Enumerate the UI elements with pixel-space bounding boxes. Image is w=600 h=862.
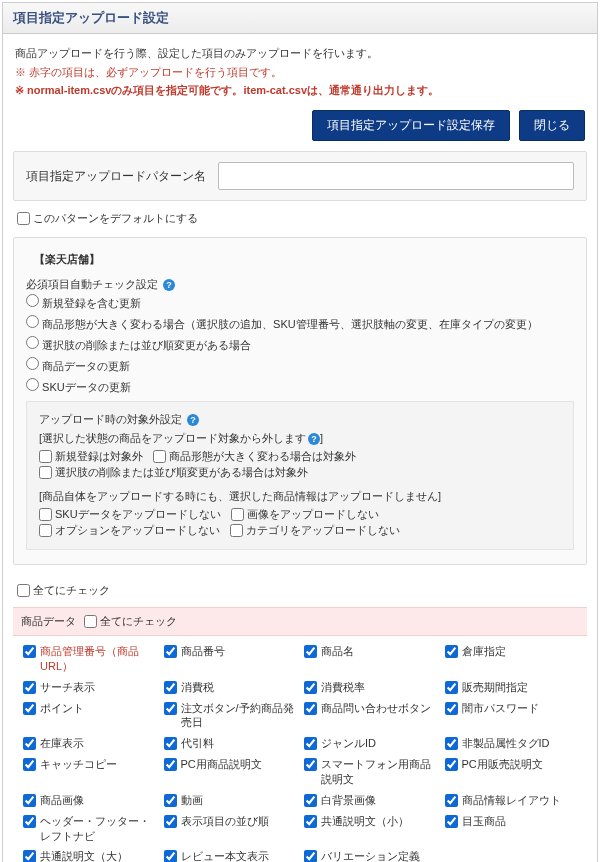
field-label: 消費税率 (321, 680, 365, 695)
field-label: 倉庫指定 (462, 644, 506, 659)
field-checkbox[interactable] (304, 794, 317, 807)
required-radio[interactable]: 新規登録を含む更新 (26, 294, 574, 311)
field-checkbox[interactable] (164, 645, 177, 658)
required-radio[interactable]: 商品形態が大きく変わる場合（選択肢の追加、SKU管理番号、選択肢軸の変更、在庫タ… (26, 315, 574, 332)
required-radio-input[interactable] (26, 378, 39, 391)
check-all-input[interactable] (17, 584, 30, 597)
field-checkbox[interactable] (23, 794, 36, 807)
default-pattern-checkbox[interactable]: このパターンをデフォルトにする (17, 211, 198, 226)
exclude-checkbox-input[interactable] (39, 450, 52, 463)
help-icon[interactable]: ? (187, 414, 199, 426)
field-label: ポイント (40, 701, 84, 716)
field-checkbox[interactable] (23, 758, 36, 771)
field-checkbox[interactable] (164, 794, 177, 807)
intro-csv-note: ※ normal-item.csvのみ項目を指定可能です。item-cat.cs… (15, 81, 585, 100)
field-checkbox[interactable] (164, 850, 177, 862)
field-cell: 動画 (164, 793, 297, 808)
exclude-sub2: [商品自体をアップロードする時にも、選択した商品情報はアップロードしません] (39, 489, 561, 504)
field-label: 商品管理番号（商品URL） (40, 644, 156, 674)
field-cell: 白背景画像 (304, 793, 437, 808)
field-checkbox[interactable] (23, 645, 36, 658)
field-label: 販売期間指定 (462, 680, 528, 695)
field-checkbox[interactable] (304, 681, 317, 694)
field-cell: 消費税 (164, 680, 297, 695)
exclude-checkbox-input[interactable] (230, 524, 243, 537)
exclude-checkbox-input[interactable] (153, 450, 166, 463)
field-checkbox[interactable] (445, 794, 458, 807)
exclude-checkbox[interactable]: 選択肢の削除または並び順変更がある場合は対象外 (39, 465, 308, 480)
default-pattern-checkbox-input[interactable] (17, 212, 30, 225)
field-checkbox[interactable] (164, 681, 177, 694)
field-cell: 共通説明文（小） (304, 814, 437, 844)
required-radio-input[interactable] (26, 357, 39, 370)
field-checkbox[interactable] (445, 681, 458, 694)
exclude-checkbox-label: 商品形態が大きく変わる場合は対象外 (169, 449, 356, 464)
required-radio[interactable]: SKUデータの更新 (26, 378, 574, 395)
field-checkbox[interactable] (445, 645, 458, 658)
field-checkbox[interactable] (164, 815, 177, 828)
field-checkbox[interactable] (23, 702, 36, 715)
save-button[interactable]: 項目指定アップロード設定保存 (312, 110, 510, 141)
field-cell: 販売期間指定 (445, 680, 578, 695)
field-checkbox[interactable] (304, 702, 317, 715)
default-pattern-label: このパターンをデフォルトにする (33, 211, 198, 226)
field-checkbox[interactable] (23, 815, 36, 828)
help-icon[interactable]: ? (163, 279, 175, 291)
pattern-name-input[interactable] (218, 162, 574, 190)
field-cell: 商品画像 (23, 793, 156, 808)
exclude-checkbox-input[interactable] (39, 508, 52, 521)
field-checkbox[interactable] (304, 645, 317, 658)
field-label: 在庫表示 (40, 736, 84, 751)
field-checkbox[interactable] (445, 737, 458, 750)
exclude-checkbox[interactable]: 商品形態が大きく変わる場合は対象外 (153, 449, 356, 464)
page-title: 項目指定アップロード設定 (3, 3, 597, 34)
field-label: バリエーション定義 (321, 849, 420, 862)
exclude-checkbox-input[interactable] (39, 466, 52, 479)
field-cell: サーチ表示 (23, 680, 156, 695)
field-checkbox[interactable] (445, 758, 458, 771)
field-checkbox[interactable] (164, 737, 177, 750)
field-label: スマートフォン用商品説明文 (321, 757, 437, 787)
field-label: 商品情報レイアウト (462, 793, 561, 808)
field-checkbox[interactable] (23, 737, 36, 750)
field-checkbox[interactable] (164, 758, 177, 771)
required-radio[interactable]: 商品データの更新 (26, 357, 574, 374)
field-label: 消費税 (181, 680, 214, 695)
field-label: 商品画像 (40, 793, 84, 808)
field-checkbox[interactable] (304, 737, 317, 750)
field-label: 注文ボタン/予約商品発売日 (181, 701, 297, 731)
required-radio-label: 新規登録を含む更新 (42, 297, 141, 309)
field-checkbox[interactable] (164, 702, 177, 715)
field-checkbox[interactable] (304, 815, 317, 828)
exclude-checkbox[interactable]: SKUデータをアップロードしない (39, 507, 221, 522)
field-cell: PC用商品説明文 (164, 757, 297, 787)
help-icon[interactable]: ? (308, 433, 320, 445)
intro-block: 商品アップロードを行う際、設定した項目のみアップロードを行います。 ※ 赤字の項… (3, 34, 597, 106)
field-checkbox[interactable] (445, 815, 458, 828)
field-checkbox[interactable] (304, 758, 317, 771)
field-cell (445, 849, 578, 862)
field-cell: 商品番号 (164, 644, 297, 674)
field-cell: 商品情報レイアウト (445, 793, 578, 808)
exclude-checkbox[interactable]: カテゴリをアップロードしない (230, 523, 400, 538)
group-check-all-input[interactable] (84, 615, 97, 628)
group-check-all[interactable]: 全てにチェック (84, 614, 177, 629)
exclude-checkbox[interactable]: 画像をアップロードしない (231, 507, 379, 522)
exclude-checkbox[interactable]: 新規登録は対象外 (39, 449, 143, 464)
field-checkbox[interactable] (23, 681, 36, 694)
field-checkbox[interactable] (445, 702, 458, 715)
check-all[interactable]: 全てにチェック (17, 583, 110, 598)
required-radio[interactable]: 選択肢の削除または並び順変更がある場合 (26, 336, 574, 353)
exclude-checkbox[interactable]: オプションをアップロードしない (39, 523, 220, 538)
field-checkbox[interactable] (304, 850, 317, 862)
close-button[interactable]: 閉じる (519, 110, 585, 141)
required-radio-input[interactable] (26, 315, 39, 328)
required-radio-input[interactable] (26, 294, 39, 307)
required-radio-label: 商品形態が大きく変わる場合（選択肢の追加、SKU管理番号、選択肢軸の変更、在庫タ… (42, 318, 538, 330)
exclude-checkbox-input[interactable] (39, 524, 52, 537)
field-checkbox[interactable] (23, 850, 36, 862)
exclude-checkbox-input[interactable] (231, 508, 244, 521)
field-label: 非製品属性タグID (462, 736, 550, 751)
field-label: ヘッダー・フッター・レフトナビ (40, 814, 156, 844)
required-radio-input[interactable] (26, 336, 39, 349)
